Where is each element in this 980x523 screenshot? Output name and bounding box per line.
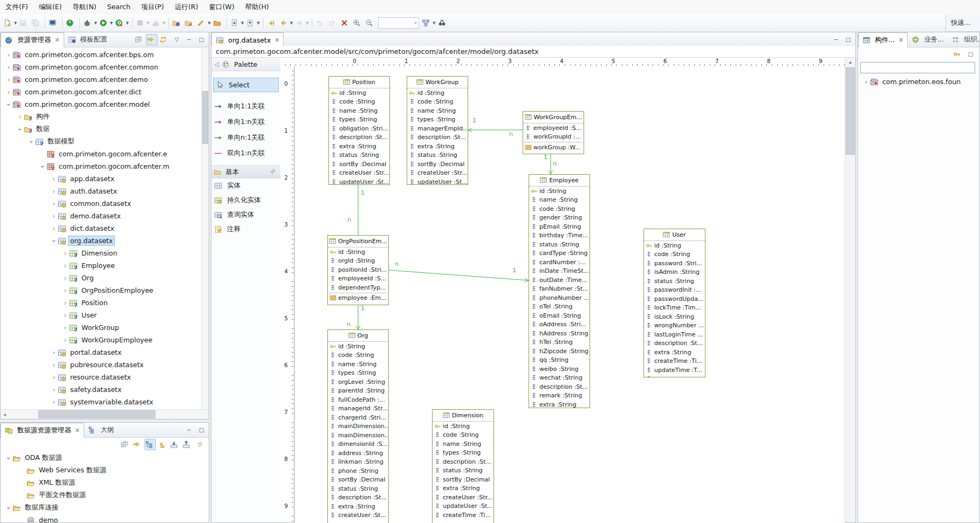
expander-icon[interactable]: › [50, 374, 58, 381]
entity-field[interactable]: positionId :Stri... [328, 265, 388, 274]
menu-窗口(W)[interactable]: 窗口(W) [203, 0, 239, 13]
tree-item[interactable]: XML 数据源 [1, 477, 209, 489]
entity-field[interactable]: inDate :TimeSt... [529, 267, 590, 276]
entity-field[interactable]: employee :Em... [328, 294, 388, 303]
tab-数据源资源管理器[interactable]: 数据源资源管理器✕ [1, 423, 84, 438]
zoom-in-button[interactable] [352, 17, 364, 30]
entity-field[interactable]: extra :String [529, 400, 590, 408]
menu-编辑(E)[interactable]: 编辑(E) [33, 0, 67, 13]
palette-tool-注释[interactable]: 注释 [211, 222, 280, 237]
entity-field[interactable]: code :String [407, 98, 468, 107]
entity-OrgPositionEm[interactable]: OrgPositionEm...id :StringorgId :Stringp… [327, 235, 389, 305]
tree-item[interactable]: ›数据库连接 [1, 501, 209, 514]
pin-icon[interactable] [270, 168, 278, 176]
entity-field[interactable]: name :String [329, 106, 389, 115]
last-edit-button[interactable] [266, 17, 278, 30]
package-tool-button[interactable] [183, 17, 196, 30]
tree-item[interactable]: ?com.primeton.gocom.afcenter.e [1, 148, 209, 160]
tree-item[interactable]: ›com.primeton.gocom.afcenter.model [1, 98, 209, 111]
tab-业务...[interactable]: 业务... [908, 32, 948, 47]
entity-field[interactable]: managerEmpId... [407, 124, 468, 133]
deploy-button[interactable] [171, 17, 183, 30]
entity-field[interactable]: birthday :Time... [529, 231, 590, 240]
entity-field[interactable]: id :String [644, 241, 705, 250]
entity-field[interactable]: extra :String [328, 502, 388, 511]
tree-item[interactable]: ›ODA 数据源 [1, 452, 209, 464]
expander-icon[interactable]: › [5, 76, 12, 84]
tree-item[interactable]: ›com.primeton.gocom.afcenter.dict [1, 86, 209, 98]
expander-icon[interactable]: › [28, 138, 35, 146]
entity-field[interactable]: description :St... [407, 133, 468, 142]
entity-field[interactable]: status :String [328, 484, 388, 493]
entity-title[interactable]: OrgPositionEm... [328, 236, 388, 247]
next-annotation-button[interactable]: ▼ [229, 17, 245, 30]
tree-item[interactable]: ›?Employee [1, 259, 209, 272]
entity-field[interactable]: managerId :Str... [328, 404, 388, 414]
entity-field[interactable]: name :String [433, 439, 494, 449]
expander-icon[interactable]: › [16, 113, 24, 121]
expander-icon[interactable]: › [61, 324, 69, 332]
menu-Search[interactable]: Search [102, 0, 136, 13]
entity-field[interactable]: parentId :String [328, 387, 388, 396]
menu-导航(N)[interactable]: 导航(N) [67, 0, 102, 13]
entity-field[interactable]: id :String [329, 88, 389, 98]
refresh-button[interactable] [159, 34, 170, 45]
entity-field[interactable]: orgLevel :String [328, 377, 388, 387]
entity-field[interactable]: id :String [407, 88, 468, 98]
entity-field[interactable]: mainDimension... [328, 431, 388, 440]
tree-item[interactable]: ›resource.datasetx [1, 371, 209, 383]
entity-field[interactable]: sortBy :Decimal [328, 476, 388, 485]
tree-item[interactable]: ›com.primeton.gocom.afcenter.demo [1, 73, 209, 86]
tree-item[interactable]: ›?com.primeton.gocom.afcenter.m [1, 160, 209, 173]
maximize-button[interactable]: □ [842, 34, 854, 45]
expander-icon[interactable]: › [50, 386, 58, 394]
tree-item[interactable]: ›?Position [1, 297, 209, 309]
entity-field[interactable]: qq :String [529, 356, 590, 365]
quick-access[interactable]: 快速... [945, 14, 980, 32]
palette-tool-持久化实体[interactable]: 持久化实体 [211, 193, 280, 208]
expander-icon[interactable]: › [5, 88, 12, 96]
tree-item[interactable]: ›?WorkGroupEmployee [1, 334, 209, 346]
tree-item[interactable]: ›com.primeton.gocom.afcenter.common [1, 61, 209, 73]
entity-field[interactable]: outDate :Time... [529, 276, 590, 285]
entity-field[interactable]: oTel :String [529, 302, 590, 312]
entity-field[interactable]: status :String [329, 151, 389, 160]
expander-icon[interactable]: › [50, 212, 58, 220]
minimize-button[interactable]: ─ [183, 424, 195, 436]
entity-field[interactable]: passwordInit :... [644, 286, 705, 295]
collapse-all-button[interactable] [134, 34, 145, 45]
tab-组织...[interactable]: 组织... [948, 32, 980, 47]
entity-field[interactable]: extra :String [407, 142, 468, 151]
tree-item[interactable]: 平面文件数据源 [1, 489, 209, 501]
close-icon[interactable]: ✕ [55, 37, 60, 44]
debug-button[interactable]: ▼ [82, 17, 98, 30]
close-icon[interactable]: ✕ [275, 37, 279, 44]
scrollbar-thumb[interactable] [846, 67, 855, 155]
entity-field[interactable]: status :String [407, 151, 468, 160]
expander-icon[interactable]: › [50, 361, 58, 369]
entity-field[interactable]: oEmail :String [529, 311, 590, 320]
tree-item[interactable]: ›pubresource.datasetx [1, 359, 209, 371]
entity-field[interactable]: workGroup :W... [523, 143, 584, 152]
entity-title[interactable]: WorkGroup [407, 77, 468, 88]
entity-field[interactable]: password :Stri... [644, 259, 705, 268]
entity-field[interactable]: types :String [329, 115, 389, 125]
scroll-left-button[interactable]: ◂ [1, 411, 9, 417]
entity-title[interactable]: WorkGroupEm... [523, 112, 584, 123]
prev-annotation-button[interactable]: ▼ [245, 17, 261, 30]
maximize-button[interactable]: □ [965, 49, 976, 60]
entity-Dimension[interactable]: Dimensionid :Stringcode :Stringname :Str… [432, 409, 494, 523]
entity-title[interactable]: Org [328, 330, 388, 342]
expander-icon[interactable]: › [5, 504, 12, 512]
entity-field[interactable]: isAdmin :String [644, 268, 705, 277]
tree-item[interactable]: ›?User [1, 309, 209, 321]
entity-field[interactable]: types :String [328, 369, 388, 378]
entity-field[interactable]: id :String [433, 422, 494, 431]
entity-field[interactable]: createUser :Str... [407, 169, 468, 178]
entity-field[interactable]: updateUser :St... [433, 502, 494, 511]
folder-orange-button[interactable] [212, 17, 224, 30]
entity-field[interactable]: code :String [529, 204, 590, 214]
palette-tool-查询实体[interactable]: 查询实体 [211, 208, 280, 222]
entity-field[interactable] [644, 375, 705, 378]
entity-field[interactable]: isLock :String [644, 312, 705, 321]
